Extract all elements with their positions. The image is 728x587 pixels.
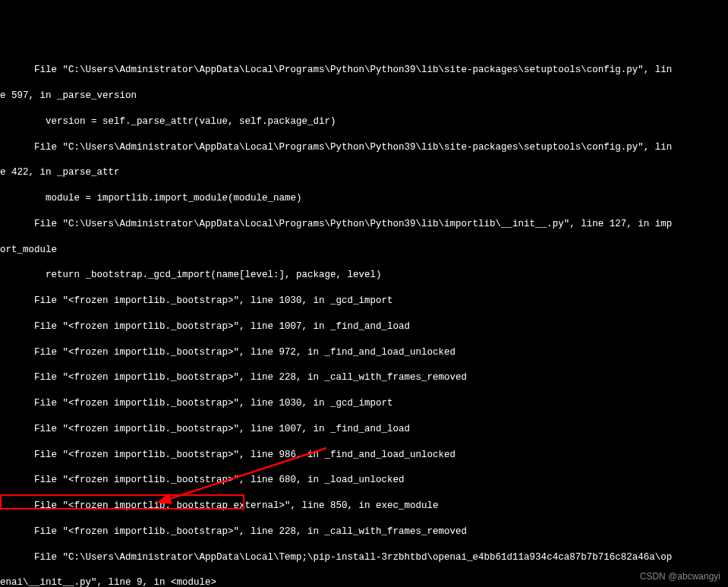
traceback-line: File "C:\Users\Administrator\AppData\Loc… bbox=[0, 551, 728, 564]
traceback-line: e 597, in _parse_version bbox=[0, 90, 728, 103]
traceback-line: version = self._parse_attr(value, self.p… bbox=[0, 115, 728, 128]
traceback-line: enai\__init__.py", line 9, in <module> bbox=[0, 576, 728, 587]
traceback-line: module = importlib.import_module(module_… bbox=[0, 192, 728, 205]
traceback-line: return _bootstrap._gcd_import(name[level… bbox=[0, 269, 728, 282]
traceback-line: e 422, in _parse_attr bbox=[0, 166, 728, 179]
traceback-line: File "<frozen importlib._bootstrap>", li… bbox=[0, 525, 728, 538]
traceback-line: File "C:\Users\Administrator\AppData\Loc… bbox=[0, 64, 728, 77]
traceback-line: File "<frozen importlib._bootstrap>", li… bbox=[0, 397, 728, 410]
terminal-output[interactable]: File "C:\Users\Administrator\AppData\Loc… bbox=[0, 52, 728, 588]
traceback-line: File "<frozen importlib._bootstrap>", li… bbox=[0, 295, 728, 308]
traceback-line: ort_module bbox=[0, 244, 728, 257]
traceback-line: File "<frozen importlib._bootstrap>", li… bbox=[0, 449, 728, 462]
traceback-line: File "<frozen importlib._bootstrap>", li… bbox=[0, 346, 728, 359]
traceback-line: File "<frozen importlib._bootstrap>", li… bbox=[0, 320, 728, 333]
traceback-line: File "<frozen importlib._bootstrap>", li… bbox=[0, 474, 728, 487]
watermark: CSDN @abcwangyi bbox=[640, 570, 720, 582]
traceback-line: File "C:\Users\Administrator\AppData\Loc… bbox=[0, 141, 728, 154]
traceback-line: File "<frozen importlib._bootstrap>", li… bbox=[0, 371, 728, 384]
traceback-line: File "<frozen importlib._bootstrap_exter… bbox=[0, 500, 728, 513]
traceback-line: File "C:\Users\Administrator\AppData\Loc… bbox=[0, 218, 728, 231]
traceback-line: File "<frozen importlib._bootstrap>", li… bbox=[0, 423, 728, 436]
